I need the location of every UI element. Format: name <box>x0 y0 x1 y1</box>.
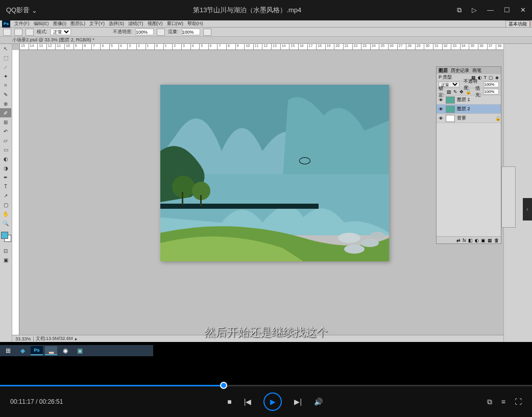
minimize-icon[interactable]: — <box>487 6 494 14</box>
maximize-icon[interactable]: ☐ <box>504 6 510 14</box>
tb-app1-icon[interactable]: ◆ <box>16 346 29 355</box>
menu-edit[interactable]: 编辑(E) <box>34 20 49 27</box>
tb-chrome-icon[interactable]: ◉ <box>59 346 71 355</box>
gradient-tool-icon[interactable]: ▭ <box>0 145 11 154</box>
layer-name[interactable]: 背景 <box>457 115 466 121</box>
volume-icon[interactable]: 🔊 <box>314 398 323 406</box>
crop-tool-icon[interactable]: ⌗ <box>0 81 11 90</box>
brush-panel-icon[interactable] <box>26 29 34 36</box>
mask-icon[interactable]: ◧ <box>468 238 473 243</box>
menu-select[interactable]: 选择(S) <box>109 20 124 27</box>
stamp-tool-icon[interactable]: ⊞ <box>0 117 11 127</box>
layer-name[interactable]: 图层 1 <box>457 96 470 103</box>
photoshop-logo: Ps <box>2 20 10 28</box>
stop-button[interactable]: ■ <box>227 398 231 406</box>
fullscreen-icon[interactable]: ⛶ <box>515 398 522 406</box>
link-layers-icon[interactable]: ⇄ <box>456 238 461 243</box>
path-tool-icon[interactable]: ↗ <box>0 191 11 200</box>
fill-input[interactable] <box>483 89 499 94</box>
lock-all-icon[interactable]: 🔒 <box>466 89 471 94</box>
app-name[interactable]: QQ影音 ⌄ <box>6 6 37 15</box>
visibility-icon[interactable]: 👁 <box>439 97 444 103</box>
quickmask-icon[interactable]: ⊡ <box>0 246 11 255</box>
side-collapse-icon[interactable]: ‹ <box>523 198 532 220</box>
hand-tool-icon[interactable]: ✋ <box>0 209 11 218</box>
pip-icon[interactable]: ⧉ <box>457 6 462 14</box>
history-brush-tool-icon[interactable]: ↶ <box>0 127 11 136</box>
pressure-opacity-icon[interactable] <box>157 29 165 36</box>
type-tool-icon[interactable]: T <box>0 182 11 191</box>
menu-layer[interactable]: 图层(L) <box>70 20 85 27</box>
lasso-tool-icon[interactable]: ⟋ <box>0 62 11 71</box>
menu-view[interactable]: 视图(V) <box>148 20 163 27</box>
new-layer-icon[interactable]: ▦ <box>488 238 492 243</box>
blur-tool-icon[interactable]: ◐ <box>0 154 11 163</box>
pin-icon[interactable]: ▷ <box>472 6 477 14</box>
filter-shape-icon[interactable]: ▢ <box>489 75 493 80</box>
menu-window[interactable]: 窗口(W) <box>167 20 184 27</box>
seek-thumb[interactable] <box>220 382 227 389</box>
tab-history[interactable]: 历史记录 <box>451 67 469 74</box>
tb-photoshop-icon[interactable]: Ps <box>31 346 43 355</box>
layer-row[interactable]: 👁图层 1 <box>437 95 501 105</box>
mini-panel[interactable] <box>501 166 516 228</box>
brush-icon[interactable] <box>3 29 11 36</box>
filter-smart-icon[interactable]: ◈ <box>495 75 499 80</box>
menu-filter[interactable]: 滤镜(T) <box>128 20 143 27</box>
playlist-icon[interactable]: ≡ <box>501 398 505 406</box>
next-button[interactable]: ▶| <box>294 398 302 406</box>
tab-brush[interactable]: 画笔 <box>472 67 481 74</box>
zoom-tool-icon[interactable]: 🔍 <box>0 218 11 228</box>
eyedropper-tool-icon[interactable]: ✎ <box>0 90 11 99</box>
brush-tool-icon[interactable]: ✐ <box>0 108 11 117</box>
move-tool-icon[interactable]: ↖ <box>0 44 11 53</box>
flow-input[interactable] <box>182 29 200 35</box>
fx-icon[interactable]: fx <box>463 238 466 243</box>
visibility-icon[interactable]: 👁 <box>439 116 444 121</box>
filter-txt-icon[interactable]: T <box>484 75 487 80</box>
brush-preset-icon[interactable] <box>14 29 22 36</box>
lock-pos-icon[interactable]: ✥ <box>460 89 464 94</box>
seekbar[interactable] <box>0 385 532 386</box>
eraser-tool-icon[interactable]: ▱ <box>0 136 11 145</box>
shape-tool-icon[interactable]: ▢ <box>0 200 11 209</box>
trash-icon[interactable]: 🗑 <box>494 238 499 243</box>
lock-paint-icon[interactable]: ✎ <box>453 89 457 94</box>
layer-row[interactable]: 👁背景🔒 <box>437 114 501 123</box>
layer-thumbnail <box>446 96 455 104</box>
document-tab[interactable]: 小场景2.psd @ 33.3% (图层 2, RGB/8) * <box>0 37 532 44</box>
layer-row[interactable]: 👁图层 2 <box>437 105 501 114</box>
adjustment-icon[interactable]: ◐ <box>475 238 479 243</box>
close-icon[interactable]: ✕ <box>520 6 526 14</box>
marquee-tool-icon[interactable]: ⬚ <box>0 53 11 62</box>
foreground-color[interactable] <box>1 232 8 239</box>
lock-trans-icon[interactable]: ▨ <box>447 89 451 94</box>
opacity-input[interactable] <box>135 29 154 35</box>
color-swatches[interactable] <box>0 232 11 246</box>
screenshot-icon[interactable]: ⧉ <box>487 398 492 406</box>
tb-app5-icon[interactable]: ▣ <box>74 346 86 355</box>
airbrush-icon[interactable] <box>203 29 211 36</box>
screenmode-icon[interactable]: ▣ <box>0 255 11 264</box>
dodge-tool-icon[interactable]: ◑ <box>0 163 11 173</box>
menu-help[interactable]: 帮助(H) <box>187 20 203 27</box>
workspace-button[interactable]: 基本功能 <box>505 20 530 28</box>
wand-tool-icon[interactable]: ✦ <box>0 71 11 81</box>
layer-name[interactable]: 图层 2 <box>457 106 470 112</box>
menu-file[interactable]: 文件(F) <box>14 20 30 27</box>
start-icon[interactable]: ⊞ <box>2 346 14 355</box>
blend-mode-select[interactable]: 正常 <box>51 29 71 35</box>
play-button[interactable]: ▶ <box>263 393 282 411</box>
pen-tool-icon[interactable]: ✒ <box>0 173 11 182</box>
prev-button[interactable]: |◀ <box>244 398 252 406</box>
menu-type[interactable]: 文字(Y) <box>89 20 105 27</box>
tab-layers[interactable]: 图层 <box>439 67 448 74</box>
group-icon[interactable]: ▣ <box>481 238 486 243</box>
heal-tool-icon[interactable]: ⊕ <box>0 99 11 108</box>
layer-opacity-input[interactable] <box>483 82 499 87</box>
ps-options-bar: 模式: 正常 不透明度: 流量: <box>0 28 532 37</box>
visibility-icon[interactable]: 👁 <box>439 107 444 112</box>
tb-explorer-icon[interactable]: ▂ <box>45 346 57 355</box>
menu-image[interactable]: 图像(I) <box>53 20 67 27</box>
canvas[interactable] <box>160 85 389 261</box>
